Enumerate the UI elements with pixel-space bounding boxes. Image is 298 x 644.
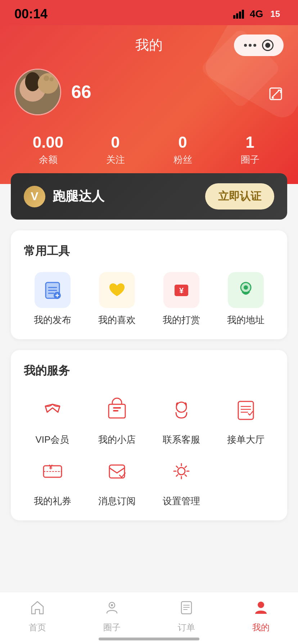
balance-value: 0.00 (33, 133, 64, 151)
svg-point-39 (178, 468, 185, 475)
nav-community-label: 圈子 (103, 622, 121, 633)
subscribe-icon (99, 453, 135, 489)
reward-icon-container: ¥ (163, 272, 199, 308)
svg-point-6 (25, 72, 40, 91)
stat-circles[interactable]: 1 圈子 (216, 133, 284, 166)
tools-grid: 我的发布 我的喜欢 ¥ 我的打赏 (24, 272, 274, 326)
following-value: 0 (111, 133, 119, 151)
nav-profile-label: 我的 (252, 622, 270, 633)
svg-point-9 (49, 77, 53, 81)
service-settings[interactable]: 设置管理 (153, 453, 210, 507)
following-label: 关注 (106, 153, 125, 166)
circles-value: 1 (245, 133, 254, 151)
orders-svg (233, 397, 258, 422)
nav-profile[interactable]: 我的 (224, 599, 298, 633)
tools-title: 常用工具 (24, 243, 274, 259)
services-row1: VIP会员 我的小店 (24, 392, 274, 446)
edit-profile-button[interactable] (268, 86, 284, 105)
service-coupon[interactable]: ¥ 我的礼券 (24, 453, 81, 507)
like-icon (107, 280, 127, 300)
service-shop[interactable]: 我的小店 (88, 392, 145, 446)
battery-indicator: 15 (267, 8, 284, 20)
services-row2: ¥ 我的礼券 消息订阅 (24, 453, 274, 507)
shop-label: 我的小店 (98, 433, 136, 446)
svg-rect-29 (113, 410, 118, 411)
address-label: 我的地址 (227, 314, 265, 326)
edit-icon (268, 86, 284, 102)
fans-value: 0 (178, 133, 187, 151)
profile-section: 66 (14, 65, 284, 126)
service-orders[interactable]: 接单大厅 (217, 392, 274, 446)
service-vip[interactable]: VIP会员 (24, 392, 81, 446)
svg-point-41 (111, 604, 113, 606)
home-icon (30, 599, 45, 619)
orders-icon (228, 392, 264, 428)
svg-point-8 (44, 75, 49, 81)
stat-balance[interactable]: 0.00 余额 (14, 133, 82, 166)
vip-label: VIP会员 (36, 433, 69, 446)
vip-icon (35, 392, 71, 428)
svg-text:¥: ¥ (179, 286, 184, 295)
profile-nav-svg (253, 599, 269, 615)
services-title: 我的服务 (24, 363, 274, 379)
svg-point-30 (176, 402, 186, 412)
subscribe-svg (104, 459, 130, 484)
stat-following[interactable]: 0 关注 (82, 133, 149, 166)
shop-svg (104, 397, 130, 422)
stat-fans[interactable]: 0 粉丝 (149, 133, 216, 166)
profile-nav-icon (253, 599, 269, 619)
publish-label: 我的发布 (34, 314, 71, 326)
order-nav-icon (179, 599, 194, 615)
header-action-button[interactable] (234, 34, 284, 56)
svg-rect-28 (113, 407, 121, 409)
address-icon (235, 280, 256, 300)
vip-certify-button[interactable]: 立即认证 (205, 183, 274, 210)
signal-icon (233, 9, 246, 19)
community-nav-icon (104, 599, 120, 615)
avatar-image (15, 70, 60, 114)
customer-svg (169, 397, 194, 422)
nav-community[interactable]: 圈子 (74, 599, 149, 633)
coupon-icon: ¥ (35, 453, 71, 489)
tool-publish[interactable]: 我的发布 (24, 272, 81, 326)
vip-banner: V 跑腿达人 立即认证 (11, 173, 287, 220)
subscribe-label: 消息订阅 (98, 495, 136, 507)
nav-order[interactable]: 订单 (149, 599, 224, 633)
nav-home[interactable]: 首页 (0, 599, 74, 633)
status-icons: 4G 15 (233, 8, 284, 20)
svg-line-11 (272, 90, 279, 97)
tool-address[interactable]: 我的地址 (217, 272, 274, 326)
orders-label: 接单大厅 (227, 433, 265, 446)
avatar-svg (15, 70, 60, 114)
svg-rect-2 (239, 12, 241, 19)
header-actions (234, 34, 284, 56)
tools-card: 常用工具 我的发布 (11, 230, 287, 339)
coupon-label: 我的礼券 (34, 495, 71, 507)
circles-label: 圈子 (241, 153, 259, 166)
more-icon (244, 44, 256, 47)
services-card: 我的服务 VIP会员 (11, 350, 287, 520)
svg-rect-0 (233, 15, 235, 19)
address-icon-container (228, 272, 264, 308)
settings-icon (163, 453, 199, 489)
fans-label: 粉丝 (173, 153, 192, 166)
vip-title: 跑腿达人 (53, 188, 104, 205)
like-icon-container (99, 272, 135, 308)
order-icon (179, 599, 194, 619)
home-indicator (99, 638, 199, 640)
avatar[interactable] (14, 69, 61, 115)
svg-point-46 (258, 602, 264, 608)
tool-reward[interactable]: ¥ 我的打赏 (153, 272, 210, 326)
camera-icon (262, 40, 274, 51)
svg-rect-31 (238, 401, 253, 419)
bottom-nav: 首页 圈子 订单 我的 (0, 592, 298, 644)
community-icon (104, 599, 120, 619)
publish-icon-container (35, 272, 71, 308)
status-bar: 00:14 4G 15 (0, 0, 298, 25)
service-subscribe[interactable]: 消息订阅 (88, 453, 145, 507)
service-customer[interactable]: 联系客服 (153, 392, 210, 446)
reward-icon: ¥ (171, 280, 192, 300)
customer-icon (163, 392, 199, 428)
tool-like[interactable]: 我的喜欢 (88, 272, 145, 326)
network-type: 4G (250, 8, 263, 20)
